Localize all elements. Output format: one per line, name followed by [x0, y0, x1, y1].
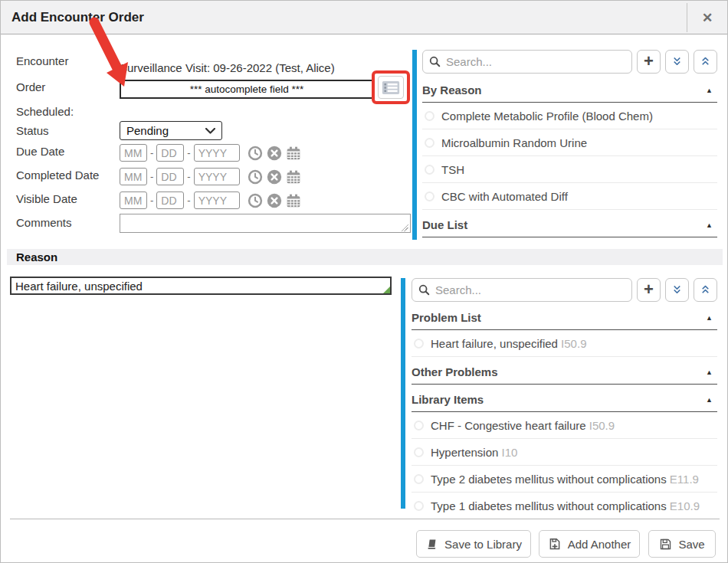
reason-input[interactable]: [10, 277, 392, 295]
date-separator: -: [150, 147, 153, 159]
completed-date-label: Completed Date: [16, 169, 99, 182]
save-plus-icon: [548, 537, 562, 551]
section-header-by-reason[interactable]: By Reason ▲: [422, 79, 717, 103]
library-book-icon: [425, 538, 438, 551]
save-button[interactable]: Save: [648, 530, 716, 558]
order-item[interactable]: Complete Metabolic Profile (Blood Chem): [422, 103, 717, 129]
expand-all-button[interactable]: [665, 278, 689, 302]
comments-input[interactable]: [120, 214, 411, 233]
radio-icon: [425, 138, 435, 148]
visible-date-month-input[interactable]: [120, 191, 147, 209]
add-order-button[interactable]: +: [637, 50, 661, 74]
collapse-triangle-icon: ▲: [706, 221, 716, 229]
expand-all-button[interactable]: [665, 50, 689, 74]
reason-item[interactable]: CHF - Congestive heart failure I50.9: [412, 412, 717, 439]
order-item[interactable]: TSH: [422, 156, 717, 183]
clear-date-icon[interactable]: [267, 193, 282, 208]
time-icon[interactable]: [248, 169, 263, 185]
visible-date-year-input[interactable]: [194, 191, 240, 209]
diagnosis-code: E10.9: [670, 499, 700, 512]
footer-divider: [10, 519, 720, 519]
status-select[interactable]: Pending: [120, 121, 222, 140]
due-date-month-input[interactable]: [120, 144, 147, 162]
close-button[interactable]: ✕: [687, 3, 727, 32]
dialog-titlebar: Add Encounter Order: [1, 1, 727, 34]
diagnosis-code: I50.9: [561, 337, 586, 350]
order-search-wrap: [422, 50, 632, 74]
date-separator: -: [150, 171, 153, 182]
section-title: Problem List: [412, 311, 481, 324]
collapse-triangle-icon: ▲: [706, 314, 716, 322]
section-header-other-problems[interactable]: Other Problems ▲: [412, 361, 717, 385]
section-header-due-list[interactable]: Due List ▲: [422, 214, 717, 237]
clear-date-icon[interactable]: [267, 169, 282, 185]
date-separator: -: [150, 195, 153, 206]
reason-item-label: Heart failure, unspecified I50.9: [431, 337, 586, 350]
reason-item[interactable]: Heart failure, unspecified I50.9: [412, 330, 717, 357]
order-label: Order: [16, 80, 45, 93]
due-date-label: Due Date: [16, 145, 64, 158]
radio-icon: [425, 191, 435, 201]
save-disk-icon: [659, 538, 672, 551]
double-chevron-up-icon: [700, 284, 711, 296]
completed-date-year-input[interactable]: [194, 168, 240, 185]
order-search-input[interactable]: [422, 50, 632, 74]
order-list-picker-button[interactable]: [378, 76, 404, 99]
due-date-day-input[interactable]: [156, 144, 184, 162]
status-value: Pending: [126, 124, 169, 137]
collapse-all-button[interactable]: [694, 50, 717, 74]
section-title: Due List: [422, 218, 467, 231]
dialog-title: Add Encounter Order: [1, 10, 144, 25]
calendar-icon[interactable]: [286, 193, 301, 208]
order-autocomplete-input[interactable]: [120, 80, 374, 99]
calendar-icon[interactable]: [286, 169, 301, 185]
radio-icon: [414, 501, 424, 511]
add-encounter-order-dialog: Add Encounter Order ✕ Encounter Order Sc…: [0, 0, 728, 563]
section-title: Other Problems: [412, 365, 498, 378]
collapse-all-button[interactable]: [694, 278, 717, 302]
order-item-label: TSH: [441, 163, 464, 176]
reason-section-header: Reason: [7, 249, 723, 265]
reason-item[interactable]: Type 1 diabetes mellitus without complic…: [412, 493, 717, 519]
order-item[interactable]: CBC with Automated Diff: [422, 183, 717, 210]
double-chevron-down-icon: [671, 284, 683, 296]
completed-date-day-input[interactable]: [156, 168, 184, 185]
order-item-label: Complete Metabolic Profile (Blood Chem): [441, 110, 653, 123]
add-another-button[interactable]: Add Another: [539, 530, 640, 558]
collapse-triangle-icon: ▲: [706, 368, 716, 376]
save-to-library-button[interactable]: Save to Library: [416, 530, 531, 558]
reason-search-input[interactable]: [412, 278, 632, 302]
time-icon[interactable]: [248, 146, 263, 161]
time-icon[interactable]: [248, 193, 263, 208]
order-picker-panel: + By Reason ▲: [412, 50, 717, 240]
completed-date-month-input[interactable]: [120, 168, 147, 185]
reason-item[interactable]: Type 2 diabetes mellitus without complic…: [412, 466, 717, 493]
section-header-problem-list[interactable]: Problem List ▲: [412, 306, 717, 330]
panel-accent-bar: [401, 278, 405, 509]
visible-date-label: Visible Date: [16, 192, 77, 205]
due-date-year-input[interactable]: [194, 144, 240, 162]
collapse-triangle-icon: ▲: [706, 87, 716, 94]
visible-date-day-input[interactable]: [156, 191, 184, 209]
radio-icon: [414, 474, 424, 484]
calendar-icon[interactable]: [286, 146, 301, 161]
status-label: Status: [16, 124, 49, 137]
order-item[interactable]: Microalbumin Random Urine: [422, 129, 717, 156]
visible-date-row: - -: [120, 191, 301, 209]
radio-icon: [425, 165, 435, 175]
comments-label: Comments: [16, 216, 72, 229]
collapse-triangle-icon: ▲: [706, 396, 716, 404]
radio-icon: [414, 447, 424, 457]
chevron-down-icon: [205, 128, 215, 134]
reason-item[interactable]: Hypertension I10: [412, 439, 717, 466]
radio-icon: [425, 111, 435, 121]
section-title: By Reason: [422, 83, 482, 97]
clear-date-icon[interactable]: [267, 146, 282, 161]
double-chevron-up-icon: [700, 56, 711, 67]
reason-picker-search-row: +: [412, 278, 717, 302]
reason-item-label: CHF - Congestive heart failure I50.9: [431, 419, 615, 432]
add-reason-button[interactable]: +: [637, 278, 661, 302]
section-header-library-items[interactable]: Library Items ▲: [412, 388, 717, 412]
scheduled-label: Scheduled:: [16, 105, 74, 118]
double-chevron-down-icon: [671, 56, 683, 67]
